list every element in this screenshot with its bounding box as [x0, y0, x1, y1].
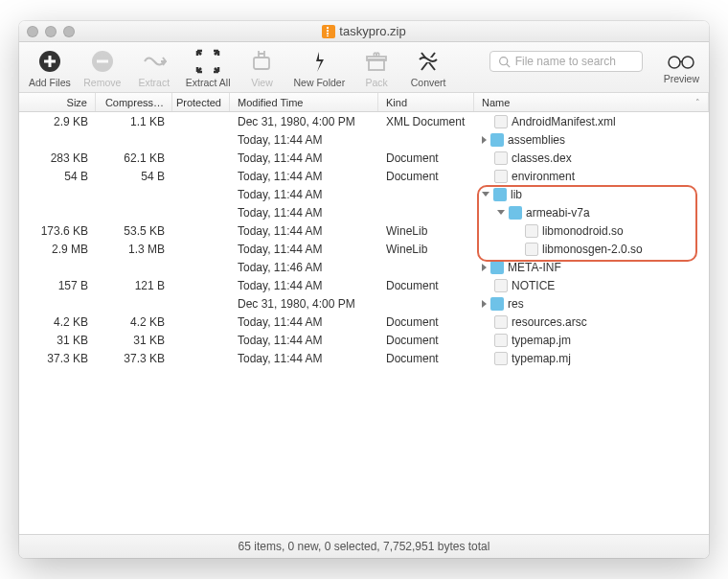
- folder-icon: [490, 261, 504, 274]
- extract-icon: [141, 48, 168, 75]
- table-row[interactable]: 157 B121 BToday, 11:44 AMDocumentNOTICE: [19, 276, 709, 294]
- file-icon: [494, 352, 508, 365]
- extract-button: Extract: [134, 48, 174, 88]
- header-size[interactable]: Size: [19, 93, 96, 111]
- remove-icon: [89, 48, 116, 75]
- table-row[interactable]: Today, 11:44 AMlib: [19, 185, 709, 203]
- file-icon: [494, 279, 508, 292]
- folder-icon: [509, 206, 522, 220]
- cell-modified: Today, 11:46 AM: [230, 261, 378, 274]
- cell-compressed: 54 B: [96, 170, 172, 183]
- table-row[interactable]: 4.2 KB4.2 KBToday, 11:44 AMDocumentresou…: [19, 313, 709, 331]
- extract-all-button[interactable]: Extract All: [186, 48, 231, 88]
- new-folder-button[interactable]: New Folder: [293, 48, 345, 88]
- view-icon: [248, 48, 275, 75]
- cell-modified: Today, 11:44 AM: [230, 170, 378, 183]
- cell-kind: Document: [378, 315, 474, 329]
- preview-button[interactable]: Preview: [664, 48, 699, 84]
- disclosure-triangle[interactable]: [482, 192, 489, 197]
- header-compressed[interactable]: Compress…: [96, 93, 172, 111]
- cell-modified: Today, 11:44 AM: [230, 334, 378, 347]
- cell-name: AndroidManifest.xml: [474, 115, 709, 128]
- cell-name: libmonodroid.so: [474, 224, 709, 238]
- table-row[interactable]: Today, 11:44 AMarmeabi-v7a: [19, 203, 709, 221]
- pack-icon: [363, 48, 390, 75]
- table-row[interactable]: Dec 31, 1980, 4:00 PMres: [19, 294, 709, 313]
- svg-rect-2: [44, 60, 56, 63]
- file-name: libmonosgen-2.0.so: [542, 243, 643, 256]
- glasses-icon: [667, 48, 695, 71]
- toolbar-label: Convert: [411, 77, 446, 88]
- header-kind[interactable]: Kind: [378, 93, 474, 111]
- cell-modified: Dec 31, 1980, 4:00 PM: [230, 115, 378, 128]
- cell-modified: Today, 11:44 AM: [230, 243, 378, 256]
- cell-kind: Document: [378, 334, 474, 347]
- cell-modified: Today, 11:44 AM: [230, 279, 378, 292]
- convert-icon: [415, 48, 442, 75]
- table-row[interactable]: Today, 11:44 AMassemblies: [19, 130, 709, 149]
- table-row[interactable]: 31 KB31 KBToday, 11:44 AMDocumenttypemap…: [19, 331, 709, 349]
- toolbar-label: Extract: [138, 77, 170, 88]
- file-list[interactable]: 2.9 KB1.1 KBDec 31, 1980, 4:00 PMXML Doc…: [19, 112, 709, 534]
- table-row[interactable]: 283 KB62.1 KBToday, 11:44 AMDocumentclas…: [19, 149, 709, 167]
- cell-modified: Dec 31, 1980, 4:00 PM: [230, 297, 378, 311]
- table-row[interactable]: 173.6 KB53.5 KBToday, 11:44 AMWineLiblib…: [19, 221, 709, 240]
- folder-icon: [493, 188, 507, 201]
- search-input[interactable]: File name to search: [489, 51, 643, 72]
- disclosure-triangle[interactable]: [482, 264, 487, 271]
- cell-modified: Today, 11:44 AM: [230, 188, 378, 201]
- cell-kind: WineLib: [378, 243, 474, 256]
- folder-icon: [490, 133, 504, 147]
- column-headers: Size Compress… Protected Modified Time K…: [19, 93, 709, 112]
- convert-button[interactable]: Convert: [408, 48, 448, 88]
- file-icon: [525, 243, 538, 256]
- view-button: View: [241, 48, 282, 88]
- cell-size: 173.6 KB: [19, 224, 96, 238]
- svg-rect-9: [367, 57, 386, 60]
- folder-icon: [490, 297, 504, 311]
- header-protected[interactable]: Protected: [172, 93, 230, 111]
- header-modified[interactable]: Modified Time: [230, 93, 378, 111]
- file-name: lib: [511, 188, 522, 201]
- toolbar-label: Add Files: [29, 77, 71, 88]
- table-row[interactable]: 2.9 KB1.1 KBDec 31, 1980, 4:00 PMXML Doc…: [19, 112, 709, 130]
- add-files-button[interactable]: Add Files: [29, 48, 71, 88]
- cell-name: res: [474, 297, 709, 311]
- file-icon: [494, 334, 508, 347]
- cell-compressed: 62.1 KB: [96, 151, 172, 165]
- svg-rect-5: [254, 58, 269, 69]
- table-row[interactable]: 2.9 MB1.3 MBToday, 11:44 AMWineLiblibmon…: [19, 240, 709, 258]
- toolbar-label: View: [251, 77, 273, 88]
- toolbar-label: Remove: [83, 77, 121, 88]
- cell-name: environment: [474, 170, 709, 183]
- header-name[interactable]: Name˄: [474, 93, 709, 111]
- file-icon: [494, 115, 508, 128]
- close-dot[interactable]: [27, 26, 38, 37]
- cell-name: armeabi-v7a: [474, 206, 709, 220]
- disclosure-triangle[interactable]: [482, 136, 487, 144]
- table-row[interactable]: 37.3 KB37.3 KBToday, 11:44 AMDocumenttyp…: [19, 349, 709, 367]
- extract-all-icon: [194, 48, 221, 75]
- file-name: armeabi-v7a: [526, 206, 590, 220]
- window-title-text: taskypro.zip: [339, 24, 405, 38]
- cell-size: 2.9 MB: [19, 243, 96, 256]
- search-icon: [498, 56, 511, 68]
- toolbar-label: Extract All: [186, 77, 231, 88]
- cell-compressed: 4.2 KB: [96, 315, 172, 329]
- table-row[interactable]: 54 B54 BToday, 11:44 AMDocumentenvironme…: [19, 167, 709, 185]
- cell-name: typemap.jm: [474, 334, 709, 347]
- remove-button: Remove: [82, 48, 123, 88]
- traffic-lights[interactable]: [27, 26, 75, 37]
- svg-rect-4: [97, 60, 108, 63]
- svg-point-15: [669, 57, 680, 68]
- file-name: NOTICE: [512, 279, 555, 292]
- disclosure-triangle[interactable]: [482, 300, 487, 308]
- file-name: environment: [512, 170, 575, 183]
- disclosure-triangle[interactable]: [497, 210, 505, 215]
- cell-name: typemap.mj: [474, 352, 709, 365]
- cell-name: assemblies: [474, 133, 709, 147]
- cell-size: 54 B: [19, 170, 96, 183]
- zoom-dot[interactable]: [63, 26, 75, 37]
- table-row[interactable]: Today, 11:46 AMMETA-INF: [19, 258, 709, 276]
- minimize-dot[interactable]: [45, 26, 57, 37]
